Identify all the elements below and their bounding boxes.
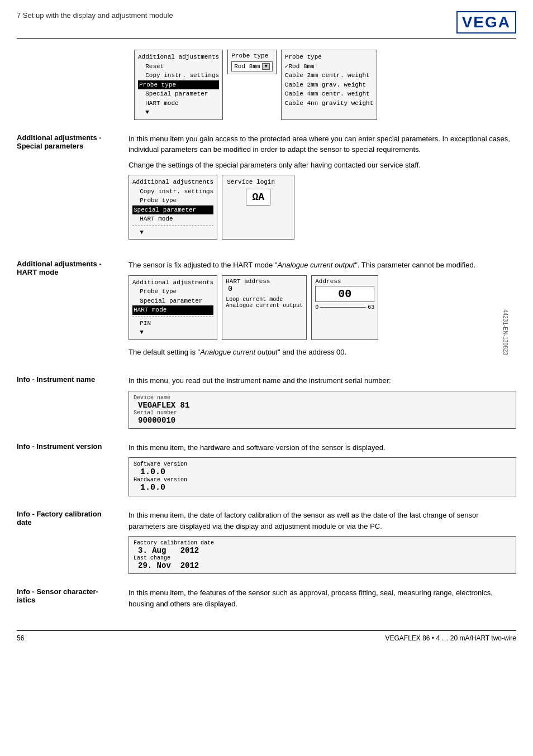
- service-login-screen: Service login ΩΑ: [222, 175, 294, 240]
- menu-item-probe-type: Probe type: [138, 80, 219, 90]
- address-display-value: 00: [315, 286, 374, 302]
- probe-type-dropdown: Probe type Rod 8mm ▼: [227, 50, 277, 74]
- probe-type-label: Probe type: [231, 52, 273, 59]
- hart-menu-screen: Additional adjustments Probe type Specia…: [129, 275, 217, 340]
- version-screen: Software version 1.0.0 Hardware version …: [129, 457, 516, 496]
- address-slider: 0 63: [315, 304, 374, 310]
- hart-menu-pin: PIN: [132, 319, 213, 328]
- menu-item-special: Special parameter: [138, 89, 219, 99]
- special-menu-title: Additional adjustments: [132, 178, 213, 187]
- hart-menu-title: Additional adjustments: [132, 278, 213, 288]
- probe-type-select[interactable]: Rod 8mm ▼: [231, 61, 273, 71]
- probe-option-cable-4mm-centr: Cable 4mm centr. weight: [285, 89, 373, 99]
- probe-type-title: Probe type: [285, 52, 373, 62]
- hart-menu-arrow: ▼: [132, 328, 213, 337]
- device-name-value: VEGAFLEX 81: [134, 401, 511, 410]
- device-name-label: Device name: [134, 395, 511, 401]
- hart-screens-row: Additional adjustments Probe type Specia…: [129, 275, 516, 340]
- loop-current-label: Loop current mode: [226, 296, 303, 303]
- service-login-title: Service login: [227, 179, 289, 185]
- probe-option-cable-2mm-centr: Cable 2mm centr. weight: [285, 71, 373, 80]
- special-screens-row: Additional adjustments Copy instr. setti…: [129, 175, 516, 240]
- hart-address-title: HART address: [226, 278, 303, 285]
- menu-item-hart: HART mode: [138, 99, 219, 108]
- section-hart-mode: Additional adjustments -HART mode The se…: [17, 260, 516, 362]
- section-content-instrument-name: In this menu, you read out the instrumen…: [129, 375, 516, 429]
- section-label-instrument-name: Info - Instrument name: [17, 375, 117, 429]
- section-title-special: Additional adjustments -Special paramete…: [17, 133, 102, 150]
- address-value-screen: Address 00 0 63: [311, 275, 378, 340]
- software-version-value: 1.0.0: [134, 467, 511, 477]
- side-document-number: 44231-EN-130823: [503, 309, 509, 355]
- section-special-parameters: Additional adjustments -Special paramete…: [17, 133, 516, 247]
- slider-min: 0: [315, 304, 318, 310]
- section-title-sensor-char: Info - Sensor character-istics: [17, 587, 98, 604]
- section-content-instrument-version: In this menu item, the hardware and soft…: [129, 442, 516, 497]
- section-label-sensor-char: Info - Sensor character-istics: [17, 587, 117, 614]
- section-sensor-char: Info - Sensor character-istics In this m…: [17, 587, 516, 614]
- last-change-label: Last change: [134, 555, 511, 561]
- serial-label: Serial number: [134, 410, 511, 416]
- probe-type-screen-section: Additional adjustments Reset Copy instr.…: [134, 50, 516, 120]
- menu-item-reset: Reset: [138, 62, 219, 71]
- factory-cal-screen: Factory calibration date 3. Aug 2012 Las…: [129, 536, 516, 574]
- special-para-1: In this menu item you gain access to the…: [129, 133, 516, 155]
- last-change-value: 29. Nov 2012: [134, 561, 511, 570]
- additional-adjustments-menu: Additional adjustments Reset Copy instr.…: [134, 50, 223, 120]
- special-menu-hart: HART mode: [132, 214, 213, 224]
- section-label-factory-cal: Info - Factory calibrationdate: [17, 510, 117, 574]
- cal-date-2: 2012: [180, 546, 199, 555]
- probe-type-options: Probe type ✓Rod 8mm Cable 2mm centr. wei…: [281, 50, 377, 120]
- special-menu-highlight: Special parameter: [132, 205, 213, 215]
- product-name: VEGAFLEX 86 • 4 … 20 mA/HART two-wire: [385, 634, 516, 642]
- hart-menu-special: Special parameter: [132, 296, 213, 306]
- section-title-factory-cal: Info - Factory calibrationdate: [17, 510, 102, 527]
- vega-logo: VEGA: [456, 11, 516, 34]
- sensor-char-para: In this menu item, the features of the s…: [129, 587, 516, 609]
- cal-date-value: 3. Aug 2012: [134, 546, 511, 555]
- special-menu-arrow: ▼: [132, 228, 213, 237]
- menu-title: Additional adjustments: [138, 52, 219, 62]
- section-content-special: In this menu item you gain access to the…: [129, 133, 516, 247]
- instrument-version-para: In this menu item, the hardware and soft…: [129, 442, 516, 453]
- special-menu-probe: Probe type: [132, 196, 213, 205]
- cal-date-1: 3. Aug: [138, 546, 166, 555]
- hardware-version-label: Hardware version: [134, 477, 511, 483]
- last-change-1: 29. Nov: [138, 561, 171, 570]
- last-change-2: 2012: [180, 561, 199, 570]
- section-label-hart: Additional adjustments -HART mode: [17, 260, 117, 362]
- section-label-special: Additional adjustments -Special paramete…: [17, 133, 117, 247]
- section-title-hart: Additional adjustments -HART mode: [17, 260, 102, 276]
- slider-max: 63: [368, 304, 374, 310]
- special-menu-copy: Copy instr. settings: [132, 187, 213, 197]
- address-screen-title: Address: [315, 278, 374, 285]
- probe-option-cable-4mm-grav: Cable 4nn gravity weight: [285, 99, 373, 108]
- hart-address-screen: HART address 0 Loop current mode Analogu…: [222, 275, 307, 340]
- software-version-label: Software version: [134, 461, 511, 467]
- section-title-instrument-name: Info - Instrument name: [17, 375, 95, 384]
- analogue-current-label: Analogue current output: [226, 303, 303, 309]
- hart-para: The sensor is fix adjusted to the HART m…: [129, 260, 516, 271]
- page-header: 7 Set up with the display and adjustment…: [17, 11, 516, 39]
- section-instrument-name: Info - Instrument name In this menu, you…: [17, 375, 516, 429]
- service-login-code: ΩΑ: [246, 189, 270, 205]
- section-factory-cal: Info - Factory calibrationdate In this m…: [17, 510, 516, 574]
- hart-default-note: The default setting is "Analogue current…: [129, 347, 516, 358]
- serial-value: 90000010: [134, 416, 511, 425]
- special-menu-screen: Additional adjustments Copy instr. setti…: [129, 175, 217, 240]
- probe-option-cable-2mm-grav: Cable 2mm grav. weight: [285, 80, 373, 90]
- section-title-instrument-version: Info - Instrument version: [17, 442, 102, 451]
- factory-cal-para: In this menu item, the date of factory c…: [129, 510, 516, 532]
- menu-arrow: ▼: [138, 108, 219, 117]
- breadcrumb: 7 Set up with the display and adjustment…: [17, 11, 173, 20]
- probe-option-rod: ✓Rod 8mm: [285, 62, 373, 71]
- special-para-2: Change the settings of the special param…: [129, 160, 516, 171]
- menu-item-copy: Copy instr. settings: [138, 71, 219, 80]
- section-instrument-version: Info - Instrument version In this menu i…: [17, 442, 516, 497]
- dropdown-arrow-icon: ▼: [262, 63, 269, 70]
- cal-date-label: Factory calibration date: [134, 540, 511, 546]
- section-content-hart: The sensor is fix adjusted to the HART m…: [129, 260, 516, 362]
- section-content-sensor-char: In this menu item, the features of the s…: [129, 587, 516, 614]
- hart-address-zero: 0: [226, 285, 303, 293]
- probe-type-dropdown-container: Probe type Rod 8mm ▼: [227, 50, 277, 120]
